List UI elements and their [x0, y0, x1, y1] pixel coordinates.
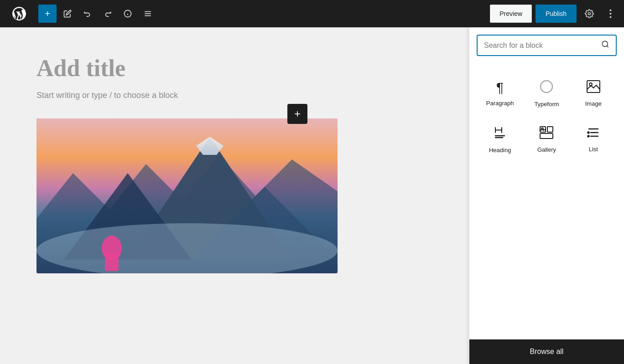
list-icon [587, 127, 600, 140]
svg-point-24 [541, 81, 552, 92]
block-label-list: List [589, 146, 598, 153]
redo-button[interactable] [99, 5, 117, 23]
wordpress-logo [5, 0, 33, 27]
block-item-heading[interactable]: Heading [477, 117, 523, 163]
block-item-image[interactable]: Image [570, 71, 617, 117]
block-item-typeform[interactable]: Typeform [523, 71, 570, 117]
more-options-button[interactable] [602, 5, 619, 23]
svg-point-22 [602, 41, 608, 46]
browse-all-button[interactable]: Browse all [469, 339, 624, 364]
info-button[interactable] [119, 5, 137, 23]
editor-area: Add title Start writing or type / to cho… [0, 27, 469, 364]
block-label-image: Image [585, 100, 602, 107]
block-label-typeform: Typeform [534, 101, 559, 108]
list-view-button[interactable] [139, 5, 157, 23]
search-icon [601, 40, 609, 51]
edit-button[interactable] [58, 5, 77, 23]
toolbar-right: Preview Publish [490, 5, 619, 23]
toolbar: + Preview Publish [0, 0, 624, 27]
svg-rect-28 [547, 127, 553, 132]
main-area: Add title Start writing or type / to cho… [0, 27, 624, 364]
svg-point-6 [588, 13, 591, 15]
post-title[interactable]: Add title [36, 55, 432, 82]
block-item-gallery[interactable]: Gallery [523, 117, 570, 163]
block-item-paragraph[interactable]: ¶ Paragraph [477, 71, 523, 117]
editor-image-block [36, 118, 338, 273]
block-label-paragraph: Paragraph [486, 100, 514, 107]
block-label-heading: Heading [489, 147, 511, 154]
svg-line-23 [607, 46, 608, 47]
svg-point-34 [588, 132, 589, 133]
blocks-grid: ¶ Paragraph Typeform [469, 63, 624, 339]
heading-icon [494, 126, 506, 141]
block-inserter-panel: ¶ Paragraph Typeform [469, 27, 624, 364]
settings-button[interactable] [580, 5, 598, 23]
undo-button[interactable] [78, 5, 97, 23]
publish-button[interactable]: Publish [536, 5, 577, 23]
svg-point-8 [609, 13, 611, 15]
typeform-icon [540, 80, 553, 95]
svg-point-9 [609, 16, 611, 18]
search-area [469, 27, 624, 63]
preview-button[interactable]: Preview [490, 5, 532, 23]
image-icon [587, 80, 600, 95]
gallery-icon [540, 126, 553, 141]
block-search-input[interactable] [484, 41, 597, 50]
svg-rect-29 [540, 133, 553, 138]
block-item-list[interactable]: List [570, 117, 617, 163]
svg-point-26 [589, 83, 592, 86]
block-label-gallery: Gallery [537, 146, 556, 153]
inline-add-block-button[interactable] [287, 104, 307, 124]
svg-rect-21 [105, 253, 119, 271]
editor-placeholder: Start writing or type / to choose a bloc… [36, 91, 432, 100]
svg-point-7 [609, 10, 611, 11]
paragraph-icon: ¶ [496, 81, 504, 94]
search-box [477, 35, 617, 56]
add-block-button[interactable]: + [38, 5, 57, 23]
svg-point-35 [588, 136, 589, 137]
